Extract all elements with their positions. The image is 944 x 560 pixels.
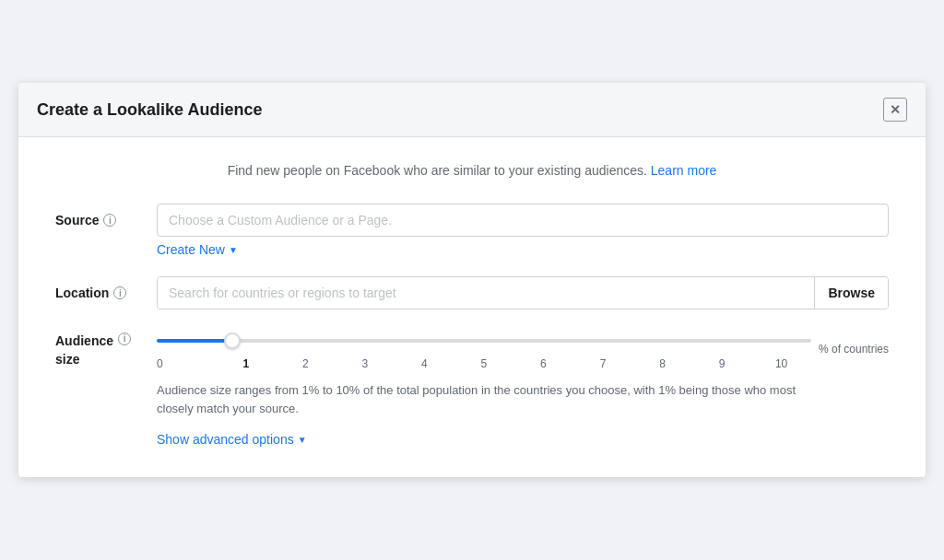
location-control-wrapper: Browse xyxy=(157,276,889,309)
create-lookalike-dialog: Create a Lookalike Audience ✕ Find new p… xyxy=(18,83,926,477)
source-info-icon[interactable]: i xyxy=(103,214,116,227)
audience-size-info-icon[interactable]: i xyxy=(118,332,131,345)
audience-size-label: Audience size i xyxy=(55,329,157,368)
slider-label-9: 9 xyxy=(692,357,752,370)
advanced-chevron-icon: ▼ xyxy=(298,435,307,445)
slider-label-1: 1 xyxy=(217,357,277,370)
slider-labels: 0 1 2 3 4 5 6 7 8 9 10 xyxy=(157,357,811,370)
show-advanced-button[interactable]: Show advanced options ▼ xyxy=(157,432,307,447)
source-control-wrapper: Create New ▼ xyxy=(157,204,889,258)
slider-label-2: 2 xyxy=(276,357,336,370)
location-info-icon[interactable]: i xyxy=(113,286,126,299)
slider-wrapper: 0 1 2 3 4 5 6 7 8 9 10 xyxy=(157,328,811,370)
slider-fill xyxy=(157,339,232,343)
location-row: Location i Browse xyxy=(55,276,889,309)
slider-label-8: 8 xyxy=(632,357,692,370)
percent-label: % of countries xyxy=(819,343,889,356)
slider-label-7: 7 xyxy=(573,357,633,370)
dialog-body: Find new people on Facebook who are simi… xyxy=(18,137,926,477)
location-input-group: Browse xyxy=(157,276,889,309)
source-label: Source i xyxy=(55,204,157,228)
subtitle-text: Find new people on Facebook who are simi… xyxy=(55,163,889,178)
slider-thumb[interactable] xyxy=(224,332,241,349)
learn-more-link[interactable]: Learn more xyxy=(651,163,717,178)
location-label: Location i xyxy=(55,276,157,300)
slider-label-10: 10 xyxy=(751,357,811,370)
browse-button[interactable]: Browse xyxy=(814,277,888,309)
audience-size-row: Audience size i 0 1 2 xyxy=(55,328,889,370)
close-button[interactable]: ✕ xyxy=(883,98,907,122)
slider-track xyxy=(157,339,811,343)
dialog-header: Create a Lookalike Audience ✕ xyxy=(18,83,926,137)
slider-label-0: 0 xyxy=(157,357,217,370)
source-row: Source i Create New ▼ xyxy=(55,204,889,258)
slider-label-3: 3 xyxy=(336,357,395,370)
slider-label-4: 4 xyxy=(395,357,454,370)
slider-label-5: 5 xyxy=(454,357,514,370)
source-input[interactable] xyxy=(157,204,889,237)
slider-label-6: 6 xyxy=(513,357,573,370)
create-new-chevron-icon: ▼ xyxy=(229,245,238,255)
dialog-title: Create a Lookalike Audience xyxy=(37,100,262,120)
close-icon: ✕ xyxy=(890,102,901,117)
audience-size-section: Audience size i 0 1 2 xyxy=(55,328,889,448)
audience-description: Audience size ranges from 1% to 10% of t… xyxy=(157,381,802,417)
slider-track-container xyxy=(157,332,811,350)
location-input[interactable] xyxy=(158,277,814,309)
create-new-button[interactable]: Create New ▼ xyxy=(157,237,238,257)
